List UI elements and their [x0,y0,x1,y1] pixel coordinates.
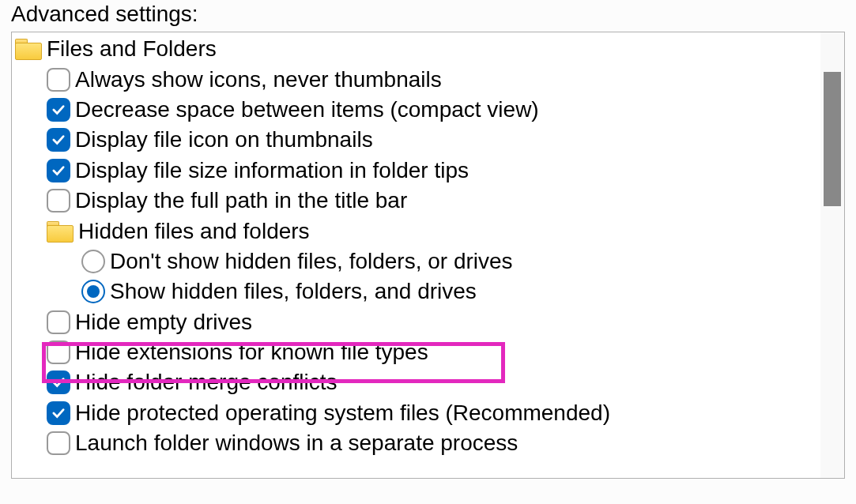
tree-folder-hidden-files[interactable]: Hidden files and folders [12,216,844,246]
option-hide-folder-merge-conflicts[interactable]: Hide folder merge conflicts [12,367,844,397]
scrollbar-track[interactable] [820,32,844,478]
option-label: Launch folder windows in a separate proc… [75,432,518,454]
checkbox-icon[interactable] [47,68,70,92]
scrollbar-thumb[interactable] [824,72,841,206]
option-launch-folder-separate-process[interactable]: Launch folder windows in a separate proc… [12,428,844,458]
option-label: Hide empty drives [75,311,252,333]
option-show-hidden[interactable]: Show hidden files, folders, and drives [12,276,844,307]
checkbox-icon[interactable] [47,189,70,213]
checkbox-icon[interactable] [47,431,70,455]
radio-icon[interactable] [81,280,105,303]
tree-folder-root[interactable]: Files and Folders [12,34,844,64]
option-label: Hide folder merge conflicts [75,371,337,393]
option-label: Hide extensions for known file types [75,341,428,363]
option-hide-protected-os-files[interactable]: Hide protected operating system files (R… [12,398,844,428]
option-label: Hide protected operating system files (R… [75,402,610,424]
option-decrease-space-compact[interactable]: Decrease space between items (compact vi… [12,95,844,125]
tree-folder-label: Hidden files and folders [78,220,310,243]
option-label: Display file icon on thumbnails [75,129,373,151]
option-display-file-size-tips[interactable]: Display file size information in folder … [12,156,844,186]
option-hide-extensions-known-types[interactable]: Hide extensions for known file types [12,337,844,367]
option-dont-show-hidden[interactable]: Don't show hidden files, folders, or dri… [12,246,844,276]
folder-icon [15,39,42,59]
checkbox-icon[interactable] [47,310,70,334]
checkbox-icon[interactable] [47,340,70,364]
option-label: Don't show hidden files, folders, or dri… [110,250,513,273]
heading-advanced-settings: Advanced settings: [11,2,845,27]
checkbox-icon[interactable] [47,401,70,425]
tree-folder-label: Files and Folders [47,38,217,60]
folder-icon [47,221,74,242]
option-label: Decrease space between items (compact vi… [75,99,539,121]
checkbox-icon[interactable] [47,370,70,394]
radio-icon[interactable] [81,250,105,273]
option-label: Always show icons, never thumbnails [75,69,442,91]
advanced-settings-listbox[interactable]: Files and Folders Always show icons, nev… [11,32,845,479]
option-display-file-icon-thumbnails[interactable]: Display file icon on thumbnails [12,125,844,155]
checkbox-icon[interactable] [47,128,70,152]
option-display-full-path-titlebar[interactable]: Display the full path in the title bar [12,186,844,216]
option-label: Display file size information in folder … [75,160,469,182]
checkbox-icon[interactable] [47,98,70,122]
checkbox-icon[interactable] [47,159,70,182]
option-hide-empty-drives[interactable]: Hide empty drives [12,307,844,337]
option-label: Display the full path in the title bar [75,190,407,212]
option-label: Show hidden files, folders, and drives [110,280,477,303]
option-always-show-icons[interactable]: Always show icons, never thumbnails [12,64,844,94]
